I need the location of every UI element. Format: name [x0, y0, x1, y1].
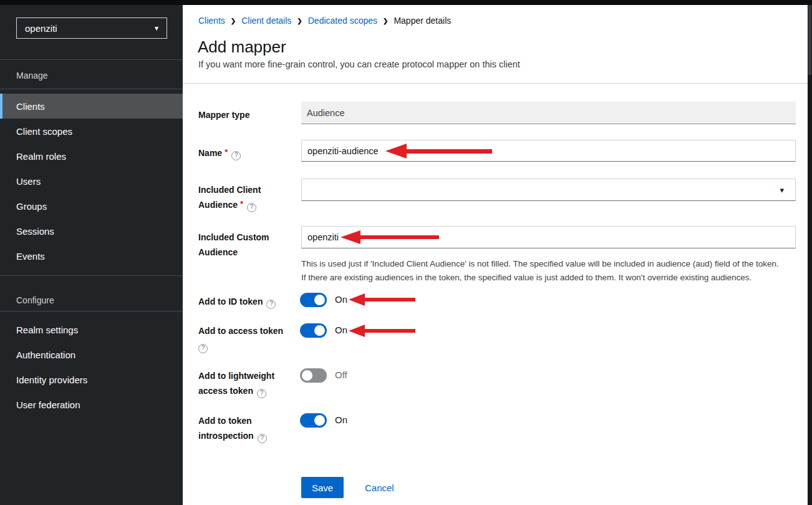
add-to-token-introspection-toggle[interactable] — [300, 413, 327, 428]
realm-selector[interactable]: openziti ▾ — [16, 17, 167, 39]
add-to-lightweight-access-token-toggle[interactable] — [300, 368, 327, 383]
add-to-id-token-label: Add to ID token? — [198, 294, 298, 309]
included-custom-audience-help: This is used just if 'Included Client Au… — [301, 257, 800, 284]
sidebar-item-user-federation[interactable]: User federation — [0, 392, 183, 417]
sidebar-item-identity-providers[interactable]: Identity providers — [0, 367, 183, 392]
sidebar-item-authentication[interactable]: Authentication — [0, 342, 183, 367]
annotation-arrow-id-token-toggle — [349, 293, 415, 306]
chevron-down-icon: ▾ — [780, 185, 790, 195]
page-title: Add mapper — [198, 37, 286, 57]
add-to-access-token-label: Add to access token ? — [198, 323, 298, 353]
mapper-type-label: Mapper type — [198, 107, 298, 122]
breadcrumb-separator-icon: ❯ — [231, 17, 236, 24]
toggle-knob — [314, 415, 325, 426]
toggle-knob — [314, 325, 325, 336]
sidebar-item-client-scopes[interactable]: Client scopes — [0, 119, 183, 144]
sidebar-item-clients[interactable]: Clients — [0, 94, 183, 119]
cancel-button[interactable]: Cancel — [365, 483, 394, 493]
included-client-audience-select[interactable]: ▾ — [301, 179, 796, 201]
required-indicator: * — [225, 147, 228, 157]
name-input[interactable] — [301, 140, 796, 162]
sidebar-divider — [0, 59, 183, 60]
breadcrumb-link-dedicated-scopes[interactable]: Dedicated scopes — [308, 16, 377, 26]
sidebar-divider — [0, 311, 183, 311]
keycloak-admin-console: openziti ▾ Manage Clients Client scopes … — [0, 0, 812, 505]
help-icon[interactable]: ? — [247, 203, 256, 212]
breadcrumb-current: Mapper details — [394, 16, 451, 26]
nav-section-manage-title: Manage — [16, 71, 48, 81]
annotation-arrow-access-token-toggle — [349, 325, 415, 337]
sidebar-item-realm-roles[interactable]: Realm roles — [0, 144, 183, 169]
sidebar-divider — [0, 89, 183, 89]
sidebar-item-realm-settings[interactable]: Realm settings — [0, 317, 183, 342]
chevron-down-icon: ▾ — [155, 24, 158, 32]
masthead-strip — [0, 0, 812, 5]
help-icon[interactable]: ? — [258, 434, 267, 443]
nav-section-configure-title: Configure — [16, 295, 54, 305]
add-to-lightweight-access-token-label: Add to lightweight access token? — [198, 368, 298, 398]
add-to-id-token-toggle[interactable] — [300, 293, 327, 307]
arrow-shaft — [405, 149, 492, 154]
add-to-token-introspection-state: On — [335, 414, 347, 425]
add-to-access-token-toggle[interactable] — [300, 323, 327, 338]
toggle-knob — [302, 370, 312, 381]
header-divider — [183, 83, 808, 84]
add-to-token-introspection-label: Add to token introspection? — [198, 413, 298, 443]
sidebar-item-sessions[interactable]: Sessions — [0, 218, 183, 243]
page-subtitle: If you want more fine-grain control, you… — [198, 59, 520, 69]
help-icon[interactable]: ? — [198, 344, 208, 353]
toggle-knob — [314, 295, 325, 305]
included-custom-audience-label: Included Custom Audience — [198, 230, 298, 260]
breadcrumb-separator-icon: ❯ — [297, 17, 302, 24]
save-button[interactable]: Save — [301, 477, 344, 498]
arrow-head-icon — [349, 293, 365, 306]
scrollbar[interactable] — [808, 0, 812, 505]
sidebar-item-groups[interactable]: Groups — [0, 194, 183, 218]
current-realm-label: openziti — [25, 23, 57, 34]
scrollbar-thumb[interactable] — [808, 0, 811, 75]
arrow-shaft — [364, 329, 415, 333]
add-to-id-token-state: On — [335, 294, 347, 305]
annotation-arrow-name-input — [385, 144, 492, 159]
arrow-head-icon — [349, 325, 365, 337]
arrow-shaft — [364, 298, 415, 302]
sidebar-item-users[interactable]: Users — [0, 169, 183, 194]
arrow-head-icon — [341, 230, 360, 244]
mapper-type-field — [301, 102, 796, 124]
arrow-shaft — [359, 235, 439, 239]
help-icon[interactable]: ? — [266, 300, 276, 309]
name-label: Name*? — [198, 145, 298, 161]
breadcrumb-separator-icon: ❯ — [383, 17, 388, 24]
nav-list-manage: Clients Client scopes Realm roles Users … — [0, 94, 183, 268]
add-to-lightweight-access-token-state: Off — [335, 370, 347, 380]
add-to-access-token-state: On — [335, 325, 347, 335]
sidebar: openziti ▾ Manage Clients Client scopes … — [0, 5, 183, 505]
help-icon[interactable]: ? — [231, 151, 241, 160]
main-content: Clients ❯ Client details ❯ Dedicated sco… — [183, 5, 808, 505]
breadcrumb-link-clients[interactable]: Clients — [198, 16, 225, 26]
breadcrumb-link-client-details[interactable]: Client details — [241, 16, 291, 26]
nav-list-configure: Realm settings Authentication Identity p… — [0, 317, 183, 417]
annotation-arrow-custom-audience-input — [341, 230, 439, 244]
included-client-audience-label: Included Client Audience*? — [198, 182, 298, 213]
arrow-head-icon — [385, 144, 407, 159]
required-indicator: * — [240, 199, 243, 208]
sidebar-divider — [0, 275, 183, 276]
breadcrumb: Clients ❯ Client details ❯ Dedicated sco… — [198, 16, 451, 26]
help-icon[interactable]: ? — [257, 389, 266, 398]
sidebar-item-events[interactable]: Events — [0, 243, 183, 268]
